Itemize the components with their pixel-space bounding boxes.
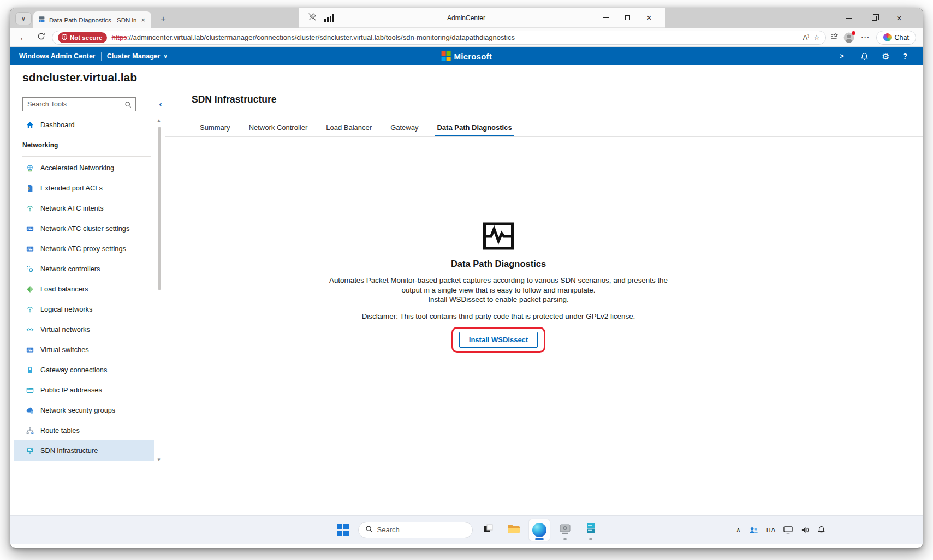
new-tab-button[interactable]: + bbox=[157, 13, 170, 26]
taskbar-search-box[interactable]: Search bbox=[358, 522, 473, 538]
window-minimize-button[interactable] bbox=[842, 11, 856, 26]
sidebar-item-public-ip-addresses[interactable]: Public IP addresses bbox=[14, 380, 154, 400]
network-controllers-icon bbox=[26, 265, 34, 273]
notifications-bell-icon[interactable] bbox=[860, 52, 869, 61]
browser-tab[interactable]: Data Path Diagnostics - SDN infra × bbox=[33, 11, 151, 28]
sidebar-scrollbar-thumb[interactable] bbox=[158, 127, 161, 290]
sidebar-item-label: Dashboard bbox=[40, 121, 75, 129]
sidebar-collapse-button[interactable]: ‹ bbox=[154, 97, 167, 111]
main-tabs: SummaryNetwork ControllerLoad BalancerGa… bbox=[193, 118, 519, 136]
powershell-icon[interactable]: >_ bbox=[840, 52, 847, 60]
tray-chevron-up-icon[interactable]: ∧ bbox=[736, 526, 741, 534]
sidebar-item-sdn-infrastructure[interactable]: SDN infrastructure bbox=[14, 440, 154, 461]
server-app-button[interactable] bbox=[580, 519, 601, 541]
tab-data-path-diagnostics[interactable]: Data Path Diagnostics bbox=[430, 118, 519, 136]
browser-tab-strip: ∨ Data Path Diagnostics - SDN infra × + … bbox=[10, 8, 923, 28]
gateway-lock-icon bbox=[26, 366, 34, 374]
search-icon bbox=[365, 525, 373, 534]
help-icon[interactable]: ? bbox=[902, 52, 907, 61]
browser-toolbar: ← Not secure https://admincenter.virtual… bbox=[10, 28, 923, 47]
sidebar-item-network-atc-cluster-settings[interactable]: Network ATC cluster settings bbox=[14, 218, 154, 239]
windows-logo-icon bbox=[337, 524, 349, 536]
settings-gear-icon[interactable]: ⚙ bbox=[882, 51, 889, 62]
unpin-icon[interactable] bbox=[308, 13, 317, 23]
display-cast-icon[interactable] bbox=[783, 526, 793, 534]
close-icon: × bbox=[896, 14, 901, 23]
rdp-connection-bar: AdminCenter × bbox=[299, 8, 665, 28]
sidebar-item-accelerated-networking[interactable]: Accelerated Networking bbox=[14, 158, 154, 178]
search-tools-input[interactable] bbox=[23, 100, 124, 108]
logical-network-icon bbox=[26, 306, 34, 313]
edge-browser-button[interactable] bbox=[529, 519, 550, 541]
settings-more-icon[interactable]: ⋯ bbox=[859, 32, 872, 43]
sidebar-item-label: Virtual switches bbox=[40, 345, 89, 354]
url-scheme: https bbox=[111, 33, 127, 41]
connection-minimize-button[interactable] bbox=[598, 11, 613, 25]
sidebar-item-label: Logical networks bbox=[40, 305, 92, 313]
window-restore-button[interactable] bbox=[867, 11, 881, 26]
taskbar-search-placeholder: Search bbox=[377, 526, 400, 534]
page-title: sdncluster.virtual.lab bbox=[22, 71, 137, 84]
task-view-button[interactable] bbox=[478, 519, 498, 541]
start-button[interactable] bbox=[332, 519, 353, 541]
sidebar-item-extended-port-acls[interactable]: Extended port ACLs bbox=[14, 178, 154, 198]
refresh-icon[interactable] bbox=[34, 32, 47, 43]
tab-close-icon[interactable]: × bbox=[140, 16, 146, 24]
remote-desktop-window: ∨ Data Path Diagnostics - SDN infra × + … bbox=[10, 8, 923, 549]
window-controls: × bbox=[842, 8, 906, 28]
connection-restore-button[interactable] bbox=[620, 11, 634, 25]
not-secure-badge[interactable]: Not secure bbox=[58, 32, 107, 43]
sidebar-item-network-atc-proxy-settings[interactable]: Network ATC proxy settings bbox=[14, 239, 154, 259]
back-icon[interactable]: ← bbox=[17, 33, 30, 43]
sidebar-item-virtual-switches[interactable]: Virtual switches bbox=[14, 339, 154, 360]
sidebar-nav: Dashboard Networking Accelerated Network… bbox=[10, 115, 157, 461]
sidebar-item-network-atc-intents[interactable]: Network ATC intents bbox=[14, 198, 154, 218]
accelerated-networking-icon bbox=[26, 164, 34, 172]
tab-search-button[interactable]: ∨ bbox=[15, 12, 32, 25]
folder-icon bbox=[507, 523, 520, 537]
people-icon[interactable] bbox=[749, 526, 758, 534]
tab-summary[interactable]: Summary bbox=[193, 118, 237, 136]
url-text: https://admincenter.virtual.lab/clusterm… bbox=[111, 33, 798, 41]
virtual-network-icon bbox=[26, 326, 34, 333]
search-icon[interactable] bbox=[124, 101, 135, 108]
language-indicator[interactable]: ITA bbox=[766, 527, 775, 533]
sidebar-item-load-balancers[interactable]: Load balancers bbox=[14, 279, 154, 299]
favorite-star-icon[interactable]: ☆ bbox=[813, 33, 820, 41]
file-explorer-button[interactable] bbox=[503, 519, 524, 541]
sidebar-item-gateway-connections[interactable]: Gateway connections bbox=[14, 360, 154, 380]
solution-switcher[interactable]: Cluster Manager ∨ bbox=[107, 52, 168, 60]
read-aloud-icon[interactable]: A) bbox=[803, 33, 809, 41]
sidebar-item-logical-networks[interactable]: Logical networks bbox=[14, 299, 154, 319]
sidebar-item-network-security-groups[interactable]: Network security groups bbox=[14, 400, 154, 420]
grid-settings-icon bbox=[26, 346, 34, 354]
sidebar-section-label: Networking bbox=[22, 141, 157, 151]
scroll-down-arrow[interactable]: ▼ bbox=[157, 457, 161, 462]
collections-icon[interactable] bbox=[830, 32, 839, 43]
sidebar-item-network-controllers[interactable]: Network controllers bbox=[14, 259, 154, 279]
taskbar: Search ∧ ITA bbox=[10, 515, 923, 544]
connection-quality-icon[interactable] bbox=[324, 14, 334, 22]
security-group-icon bbox=[26, 407, 34, 414]
tab-network-controller[interactable]: Network Controller bbox=[242, 118, 315, 136]
install-wsdissect-button[interactable]: Install WSDissect bbox=[459, 332, 538, 348]
address-bar[interactable]: Not secure https://admincenter.virtual.l… bbox=[52, 31, 826, 45]
chat-button[interactable]: Chat bbox=[876, 31, 916, 45]
connection-close-button[interactable]: × bbox=[642, 11, 656, 25]
tab-load-balancer[interactable]: Load Balancer bbox=[319, 118, 379, 136]
divider bbox=[101, 52, 102, 61]
sidebar-item-label: Extended port ACLs bbox=[40, 184, 103, 192]
sidebar-item-dashboard[interactable]: Dashboard bbox=[14, 115, 154, 135]
restore-icon bbox=[872, 16, 877, 21]
window-close-button[interactable]: × bbox=[892, 11, 906, 26]
sidebar-item-virtual-networks[interactable]: Virtual networks bbox=[14, 319, 154, 339]
server-manager-button[interactable] bbox=[555, 519, 575, 541]
divider bbox=[165, 136, 923, 137]
sidebar-item-route-tables[interactable]: Route tables bbox=[14, 420, 154, 440]
scroll-up-arrow[interactable]: ▲ bbox=[157, 118, 161, 123]
tool-title: SDN Infrastructure bbox=[192, 94, 277, 105]
notifications-bell-icon[interactable] bbox=[817, 526, 825, 534]
speaker-icon[interactable] bbox=[801, 526, 809, 534]
tab-gateway[interactable]: Gateway bbox=[383, 118, 425, 136]
profile-avatar[interactable] bbox=[843, 32, 854, 43]
